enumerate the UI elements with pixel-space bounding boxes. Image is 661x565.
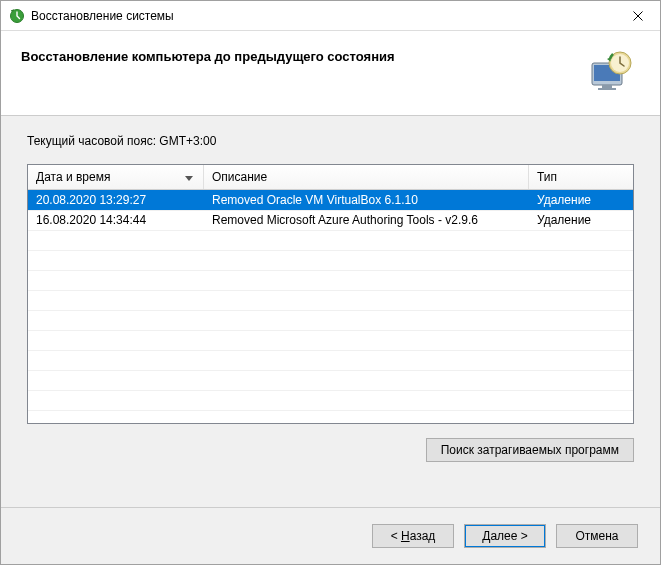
column-type-label: Тип [537, 170, 557, 184]
wizard-footer: < Назад Далее > Отмена [1, 507, 660, 564]
timezone-label: Текущий часовой пояс: GMT+3:00 [27, 134, 634, 148]
sort-desc-icon [185, 171, 193, 185]
page-heading: Восстановление компьютера до предыдущего… [21, 49, 580, 64]
cancel-button[interactable]: Отмена [556, 524, 638, 548]
cell-description: Removed Oracle VM VirtualBox 6.1.10 [204, 193, 529, 207]
window-title: Восстановление системы [31, 9, 618, 23]
app-icon [9, 8, 25, 24]
content-area: Восстановление компьютера до предыдущего… [1, 31, 660, 564]
cell-type: Удаление [529, 193, 633, 207]
column-description[interactable]: Описание [204, 165, 529, 189]
cell-description: Removed Microsoft Azure Authoring Tools … [204, 213, 529, 227]
wizard-header: Восстановление компьютера до предыдущего… [1, 31, 660, 105]
cell-datetime: 20.08.2020 13:29:27 [28, 193, 204, 207]
restore-icon [588, 49, 634, 95]
close-icon [633, 11, 643, 21]
svg-rect-5 [598, 88, 616, 90]
scan-affected-button[interactable]: Поиск затрагиваемых программ [426, 438, 634, 462]
column-datetime[interactable]: Дата и время [28, 165, 204, 189]
scan-row: Поиск затрагиваемых программ [27, 438, 634, 462]
body-panel: Текущий часовой пояс: GMT+3:00 Дата и вр… [1, 116, 660, 507]
column-datetime-label: Дата и время [36, 170, 110, 184]
svg-rect-4 [602, 85, 612, 88]
system-restore-window: Восстановление системы Восстановление ко… [0, 0, 661, 565]
table-row[interactable]: 16.08.2020 14:34:44 Removed Microsoft Az… [28, 210, 633, 230]
list-rows: 20.08.2020 13:29:27 Removed Oracle VM Vi… [28, 190, 633, 422]
column-type[interactable]: Тип [529, 165, 633, 189]
list-header: Дата и время Описание Тип [28, 165, 633, 190]
restore-points-list[interactable]: Дата и время Описание Тип 20.08.2020 13 [27, 164, 634, 424]
svg-marker-9 [185, 176, 193, 181]
table-row[interactable]: 20.08.2020 13:29:27 Removed Oracle VM Vi… [28, 190, 633, 210]
titlebar: Восстановление системы [1, 1, 660, 31]
close-button[interactable] [618, 2, 658, 30]
cell-type: Удаление [529, 213, 633, 227]
column-description-label: Описание [212, 170, 267, 184]
next-button[interactable]: Далее > [464, 524, 546, 548]
back-button[interactable]: < Назад [372, 524, 454, 548]
cell-datetime: 16.08.2020 14:34:44 [28, 213, 204, 227]
